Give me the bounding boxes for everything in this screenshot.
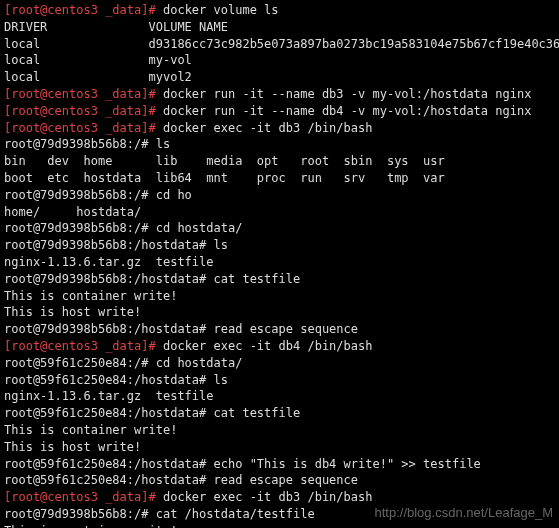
terminal-line: This is host write! (4, 439, 555, 456)
terminal-line: root@59f61c250e84:/hostdata# ls (4, 372, 555, 389)
shell-prompt: [root@centos3 _data]# (4, 490, 163, 504)
shell-command: ls (214, 238, 228, 252)
watermark-text: http://blog.csdn.net/Leafage_M (374, 504, 553, 522)
terminal-line: This is host write! (4, 304, 555, 321)
shell-command: docker exec -it db4 /bin/bash (163, 339, 373, 353)
shell-command: docker run -it --name db4 -v my-vol:/hos… (163, 104, 531, 118)
shell-command: ls (156, 137, 170, 151)
shell-command: cd hostdata/ (156, 221, 243, 235)
shell-prompt: root@59f61c250e84:/hostdata# (4, 473, 214, 487)
terminal-line: root@79d9398b56b8:/hostdata# ls (4, 237, 555, 254)
shell-command: ls (214, 373, 228, 387)
shell-prompt: root@79d9398b56b8:/# (4, 221, 156, 235)
terminal-line: root@79d9398b56b8:/hostdata# cat testfil… (4, 271, 555, 288)
terminal-line: [root@centos3 _data]# docker run -it --n… (4, 103, 555, 120)
shell-prompt: root@59f61c250e84:/hostdata# (4, 457, 214, 471)
terminal-line: DRIVER VOLUME NAME (4, 19, 555, 36)
shell-prompt: root@59f61c250e84:/hostdata# (4, 406, 214, 420)
shell-command: cd hostdata/ (156, 356, 243, 370)
shell-prompt: root@79d9398b56b8:/hostdata# (4, 322, 214, 336)
shell-prompt: [root@centos3 _data]# (4, 87, 163, 101)
terminal-line: nginx-1.13.6.tar.gz testfile (4, 388, 555, 405)
shell-prompt: [root@centos3 _data]# (4, 121, 163, 135)
terminal-line: root@79d9398b56b8:/# cd ho (4, 187, 555, 204)
terminal-line: root@59f61c250e84:/# cd hostdata/ (4, 355, 555, 372)
shell-command: docker run -it --name db3 -v my-vol:/hos… (163, 87, 531, 101)
shell-prompt: root@79d9398b56b8:/hostdata# (4, 272, 214, 286)
terminal-line: boot etc hostdata lib64 mnt proc run srv… (4, 170, 555, 187)
terminal-line: local d93186cc73c982b5e073a897ba0273bc19… (4, 36, 555, 53)
terminal-line: This is container write! (4, 523, 555, 528)
terminal-output[interactable]: [root@centos3 _data]# docker volume lsDR… (4, 2, 555, 528)
shell-prompt: [root@centos3 _data]# (4, 3, 163, 17)
shell-command: echo "This is db4 write!" >> testfile (214, 457, 481, 471)
terminal-line: local my-vol (4, 52, 555, 69)
terminal-line: This is container write! (4, 288, 555, 305)
terminal-line: root@79d9398b56b8:/# cd hostdata/ (4, 220, 555, 237)
terminal-line: [root@centos3 _data]# docker exec -it db… (4, 338, 555, 355)
shell-prompt: root@79d9398b56b8:/# (4, 188, 156, 202)
shell-command: read escape sequence (214, 322, 359, 336)
shell-prompt: [root@centos3 _data]# (4, 339, 163, 353)
shell-command: docker exec -it db3 /bin/bash (163, 121, 373, 135)
terminal-line: local myvol2 (4, 69, 555, 86)
shell-command: docker volume ls (163, 3, 279, 17)
shell-prompt: [root@centos3 _data]# (4, 104, 163, 118)
shell-command: read escape sequence (214, 473, 359, 487)
terminal-line: root@59f61c250e84:/hostdata# echo "This … (4, 456, 555, 473)
terminal-line: [root@centos3 _data]# docker exec -it db… (4, 120, 555, 137)
shell-command: cd ho (156, 188, 192, 202)
terminal-line: root@79d9398b56b8:/# ls (4, 136, 555, 153)
terminal-line: nginx-1.13.6.tar.gz testfile (4, 254, 555, 271)
shell-prompt: root@79d9398b56b8:/hostdata# (4, 238, 214, 252)
terminal-line: [root@centos3 _data]# docker volume ls (4, 2, 555, 19)
shell-command: docker exec -it db3 /bin/bash (163, 490, 373, 504)
terminal-line: root@59f61c250e84:/hostdata# read escape… (4, 472, 555, 489)
shell-prompt: root@59f61c250e84:/# (4, 356, 156, 370)
shell-command: cat testfile (214, 406, 301, 420)
shell-prompt: root@79d9398b56b8:/# (4, 507, 156, 521)
terminal-line: [root@centos3 _data]# docker run -it --n… (4, 86, 555, 103)
terminal-line: root@79d9398b56b8:/hostdata# read escape… (4, 321, 555, 338)
shell-prompt: root@79d9398b56b8:/# (4, 137, 156, 151)
terminal-line: This is container write! (4, 422, 555, 439)
terminal-line: bin dev home lib media opt root sbin sys… (4, 153, 555, 170)
shell-command: cat testfile (214, 272, 301, 286)
shell-command: cat /hostdata/testfile (156, 507, 315, 521)
terminal-line: home/ hostdata/ (4, 204, 555, 221)
terminal-line: root@59f61c250e84:/hostdata# cat testfil… (4, 405, 555, 422)
shell-prompt: root@59f61c250e84:/hostdata# (4, 373, 214, 387)
